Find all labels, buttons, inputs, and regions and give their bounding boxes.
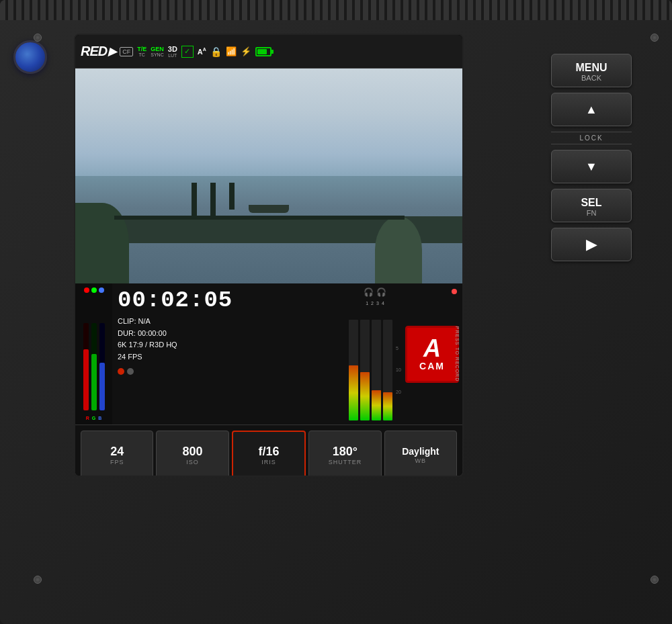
- rgb-labels: R G B: [86, 416, 102, 420]
- red-arrow-icon: ▶: [108, 45, 116, 58]
- headphone-icon-1: 🎧: [364, 287, 374, 297]
- audio-bar-2: [360, 320, 370, 420]
- right-controls: MENU BACK ▲ LOCK ▼ SEL FN ▶: [551, 54, 645, 261]
- iso-value: 800: [183, 445, 203, 457]
- lock-icon: 🔒: [210, 46, 222, 57]
- press-to-record-label: PRESS TO RECORD: [455, 326, 460, 382]
- audio-bar-3: [372, 320, 381, 420]
- slider-green: [91, 323, 97, 410]
- rgb-sliders: [83, 298, 105, 410]
- rgb-dots: [84, 287, 104, 293]
- sel-button[interactable]: SEL FN: [551, 189, 632, 222]
- red-logo: RED ▶: [81, 44, 116, 59]
- battery-icon: [255, 47, 271, 56]
- indicator-gray: [127, 368, 134, 375]
- headphone-icon-2: 🎧: [376, 287, 386, 297]
- menu-button[interactable]: MENU BACK: [551, 54, 632, 87]
- fps-label-btn: FPS: [110, 459, 124, 465]
- wb-value: Daylight: [402, 447, 439, 456]
- lut-group: 3D LUT: [168, 46, 177, 58]
- record-cam-label: CAM: [419, 361, 445, 371]
- up-button[interactable]: ▲: [551, 93, 632, 126]
- lightning-icon: ⚡: [241, 46, 251, 56]
- record-dot: [452, 289, 457, 294]
- audio-meters: 🎧 🎧 1 2 3 4: [348, 283, 402, 425]
- rgb-meters: R G B: [75, 283, 112, 425]
- dot-blue: [99, 287, 104, 293]
- lock-label: LOCK: [551, 132, 632, 144]
- audio-bar-1: [349, 320, 358, 420]
- shutter-value: 180°: [333, 445, 358, 457]
- checkmark-icon: ✓: [181, 46, 194, 58]
- viewfinder: [75, 69, 462, 283]
- fps-button[interactable]: 24 FPS: [81, 431, 153, 477]
- status-bar: RED ▶ CF T/E TC GEN SYNC 3D LUT ✓ AA 🔒 📶: [75, 35, 462, 69]
- dot-red: [84, 287, 89, 293]
- fps-label: 24 FPS: [118, 351, 343, 363]
- top-rail: [0, 0, 672, 20]
- audio-bar-4: [383, 320, 392, 420]
- bridge-structure: [114, 216, 405, 220]
- tree-right: [375, 216, 422, 283]
- shutter-label: SHUTTER: [329, 459, 362, 465]
- wifi-icon: 📶: [226, 46, 237, 56]
- tc-group: T/E TC: [137, 46, 146, 57]
- dot-green: [91, 287, 97, 293]
- crane-shapes: [192, 183, 235, 216]
- db-labels: 5 10 20: [394, 320, 401, 420]
- timecode-area: 00:02:05 CLIP: N/A DUR: 00:00:00 6K 17:9…: [112, 283, 348, 425]
- back-label: BACK: [557, 75, 626, 82]
- gen-group: GEN SYNC: [151, 46, 164, 57]
- audio-bars: 5 10 20: [349, 308, 401, 420]
- down-button[interactable]: ▼: [551, 150, 632, 183]
- record-section: A CAM PRESS TO RECORD: [402, 283, 462, 425]
- resolution-label: 6K 17:9 / R3D HQ: [118, 339, 343, 351]
- screw-bottom-right: [650, 576, 659, 584]
- cf-badge: CF: [120, 47, 133, 56]
- screw-bottom-left: [34, 576, 42, 584]
- iso-label: ISO: [186, 459, 199, 465]
- screw-top-right: [650, 34, 659, 42]
- wb-label: WB: [415, 457, 427, 464]
- camera-body: RED ▶ CF T/E TC GEN SYNC 3D LUT ✓ AA 🔒 📶: [0, 0, 672, 624]
- record-button[interactable]: A CAM: [405, 326, 459, 383]
- slider-blue: [99, 323, 105, 410]
- iso-button[interactable]: 800 ISO: [156, 431, 228, 477]
- iris-button[interactable]: f/16 IRIS: [232, 431, 306, 477]
- bottom-indicators: [118, 368, 343, 375]
- clip-info: CLIP: N/A DUR: 00:00:00 6K 17:9 / R3D HQ…: [118, 316, 343, 363]
- blue-dial[interactable]: [13, 40, 47, 74]
- play-button[interactable]: ▶: [551, 228, 632, 261]
- screw-top-left: [34, 34, 42, 42]
- wb-button[interactable]: Daylight WB: [384, 431, 457, 477]
- channel-labels: 1 2 3 4: [366, 301, 384, 306]
- param-buttons: 24 FPS 800 ISO f/16 IRIS 180° SHUTTER Da…: [75, 425, 462, 477]
- fn-label: FN: [557, 210, 626, 217]
- record-a-label: A: [423, 337, 441, 361]
- duration-label: DUR: 00:00:00: [118, 328, 343, 340]
- aa-icon: AA: [198, 47, 206, 56]
- shutter-button[interactable]: 180° SHUTTER: [308, 431, 381, 477]
- slider-red: [83, 323, 89, 410]
- iris-label: IRIS: [261, 459, 276, 465]
- iris-value: f/16: [259, 445, 280, 457]
- lcd-screen: RED ▶ CF T/E TC GEN SYNC 3D LUT ✓ AA 🔒 📶: [74, 34, 464, 477]
- boat-shape: [249, 205, 289, 213]
- indicator-red: [118, 368, 124, 375]
- timecode-display: 00:02:05: [118, 289, 343, 312]
- clip-label: CLIP: N/A: [118, 316, 343, 328]
- info-panel: R G B 00:02:05 CLIP: N/A DUR: 00:00:00 6…: [75, 283, 462, 425]
- headphone-icons: 🎧 🎧: [364, 287, 386, 297]
- fps-value: 24: [110, 445, 124, 457]
- tree-left: [75, 203, 129, 283]
